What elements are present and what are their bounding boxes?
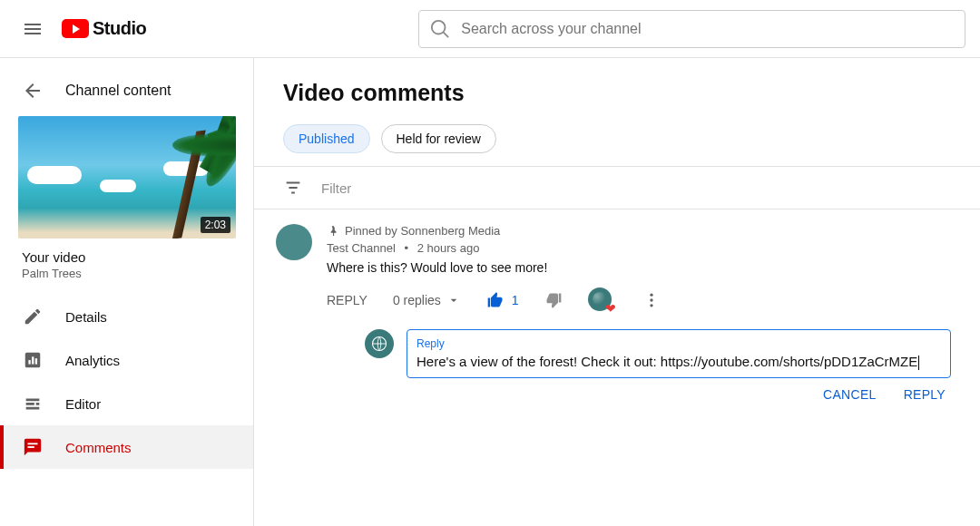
arrow-left-icon — [22, 80, 44, 102]
sidebar-item-comments[interactable]: Comments — [0, 425, 253, 469]
svg-rect-4 — [28, 443, 38, 444]
nav-label: Details — [65, 309, 107, 325]
channel-avatar — [365, 329, 394, 358]
replies-toggle[interactable]: 0 replies — [393, 293, 461, 307]
heart-icon: ❤ — [605, 301, 616, 316]
comment-status-tabs: Published Held for review — [254, 124, 980, 166]
pencil-icon — [22, 306, 44, 327]
commenter-avatar[interactable] — [276, 224, 312, 260]
like-button[interactable]: 1 — [486, 291, 519, 309]
reply-button[interactable]: REPLY — [327, 293, 368, 307]
comment-time: 2 hours ago — [417, 241, 480, 255]
replies-count: 0 replies — [393, 293, 441, 307]
tab-published[interactable]: Published — [283, 124, 370, 153]
svg-point-6 — [650, 294, 652, 297]
youtube-icon — [62, 19, 89, 38]
filter-icon — [283, 178, 303, 198]
search-input[interactable] — [461, 21, 954, 37]
cancel-button[interactable]: CANCEL — [823, 387, 877, 402]
page-title: Video comments — [254, 80, 980, 124]
thumbs-down-icon — [544, 291, 563, 309]
comment-text: Where is this? Would love to see more! — [327, 260, 951, 275]
dislike-button[interactable] — [544, 291, 563, 309]
nav-label: Comments — [65, 440, 132, 455]
nav-label: Analytics — [65, 353, 120, 368]
search-box[interactable] — [418, 10, 965, 48]
svg-point-8 — [650, 304, 652, 307]
logo-text: Studio — [93, 18, 146, 39]
video-thumbnail[interactable]: 2:03 — [18, 116, 236, 239]
filter-placeholder: Filter — [321, 180, 351, 196]
sidebar: Channel content 2:03 Your video Palm Tre… — [0, 58, 254, 526]
menu-button[interactable] — [15, 11, 51, 47]
creator-heart[interactable]: ❤ — [588, 287, 613, 313]
comments-icon — [22, 436, 44, 458]
back-to-content[interactable]: Channel content — [0, 73, 253, 116]
svg-rect-3 — [35, 358, 37, 364]
globe-icon — [371, 336, 387, 352]
sidebar-item-analytics[interactable]: Analytics — [0, 338, 253, 382]
chevron-down-icon — [446, 293, 461, 307]
video-title: Palm Trees — [22, 267, 231, 280]
kebab-icon — [642, 291, 661, 309]
studio-logo[interactable]: Studio — [62, 18, 146, 39]
sidebar-item-editor[interactable]: Editor — [0, 382, 253, 425]
reply-field-label: Reply — [416, 337, 941, 350]
svg-rect-1 — [28, 360, 30, 365]
back-label: Channel content — [65, 83, 172, 99]
pinned-badge: Pinned by Sonnenberg Media — [327, 224, 951, 238]
like-count: 1 — [512, 293, 519, 307]
sidebar-item-details[interactable]: Details — [0, 295, 253, 338]
submit-reply-button[interactable]: REPLY — [904, 387, 946, 402]
comment-thread: Pinned by Sonnenberg Media Test Channel … — [254, 209, 980, 402]
hamburger-icon — [22, 18, 44, 40]
filter-bar[interactable]: Filter — [254, 167, 980, 209]
more-options-button[interactable] — [639, 287, 664, 313]
svg-rect-2 — [32, 356, 34, 364]
search-icon — [430, 19, 450, 39]
analytics-icon — [22, 349, 44, 371]
reply-compose: Reply Here's a view of the forest! Check… — [365, 329, 951, 402]
video-duration: 2:03 — [201, 217, 230, 233]
svg-rect-5 — [28, 446, 34, 448]
comment-actions: REPLY 0 replies 1 ❤ — [327, 287, 951, 313]
editor-icon — [22, 393, 44, 414]
thumbs-up-icon — [486, 291, 505, 309]
reply-input[interactable]: Reply Here's a view of the forest! Check… — [407, 329, 951, 378]
nav-label: Editor — [65, 396, 101, 412]
pin-icon — [327, 225, 339, 238]
svg-point-7 — [650, 298, 652, 301]
your-video-label: Your video — [22, 249, 231, 265]
app-header: Studio — [0, 0, 980, 58]
comment-meta: Test Channel • 2 hours ago — [327, 241, 951, 255]
comment-author[interactable]: Test Channel — [327, 241, 396, 255]
reply-text: Here's a view of the forest! Check it ou… — [416, 354, 941, 370]
tab-held-for-review[interactable]: Held for review — [381, 124, 496, 153]
pinned-text: Pinned by Sonnenberg Media — [345, 224, 500, 238]
main-content: Video comments Published Held for review… — [254, 58, 980, 526]
